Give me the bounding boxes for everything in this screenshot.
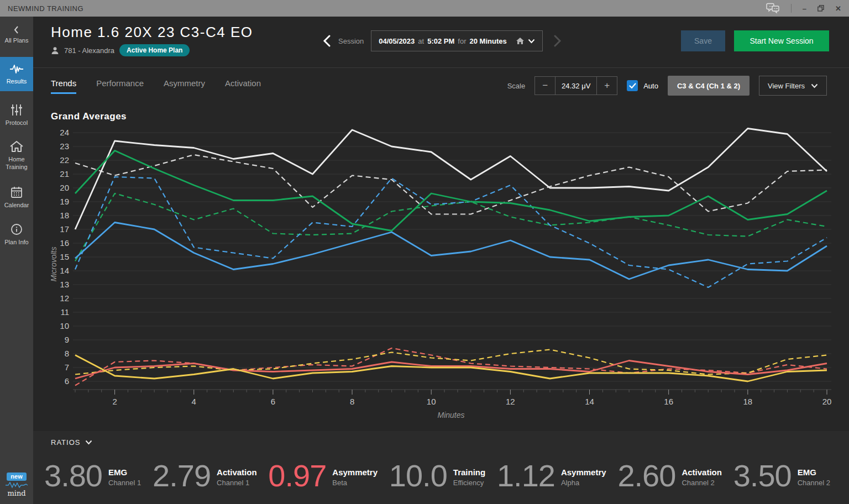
sidebar-item-all-plans[interactable]: All Plans xyxy=(0,25,33,45)
titlebar-separator xyxy=(791,4,792,13)
plan-subheader: 781 - Alexandra Active Home Plan xyxy=(51,44,190,56)
feedback-chat-icon[interactable] xyxy=(766,3,780,14)
sidebar-item-label: Home Training xyxy=(0,156,33,171)
ratio-sublabel: Efficiency xyxy=(453,479,485,487)
tab-asymmetry[interactable]: Asymmetry xyxy=(164,78,205,94)
previous-session-button[interactable] xyxy=(323,35,331,47)
tab-performance[interactable]: Performance xyxy=(96,78,144,94)
restore-button[interactable] xyxy=(817,5,824,12)
ratio-value: 3.50 xyxy=(733,460,792,491)
view-filters-button[interactable]: View Filters xyxy=(759,76,827,96)
ratio-value: 10.0 xyxy=(389,460,447,491)
sidebar-item-home-training[interactable]: Home Training xyxy=(0,140,33,171)
sidebar-item-results[interactable]: Results xyxy=(0,57,33,91)
sidebar-item-calendar[interactable]: Calendar xyxy=(0,186,33,209)
x-axis-tick-label: 14 xyxy=(585,397,594,406)
tab-activation[interactable]: Activation xyxy=(225,78,261,94)
ratio-sublabel: Channel 1 xyxy=(217,479,257,487)
app-title: NEWMIND TRAINING xyxy=(8,4,83,13)
scale-decrease-button[interactable]: − xyxy=(535,77,555,95)
sidebar-item-label: Protocol xyxy=(4,119,29,127)
x-axis-tick-label: 4 xyxy=(192,397,196,406)
ratios-header[interactable]: RATIOS xyxy=(51,438,92,447)
auto-label: Auto xyxy=(643,82,658,90)
client-name: 781 - Alexandra xyxy=(64,46,114,55)
session-duration: 20 Minutes xyxy=(469,37,506,45)
x-axis-tick-label: 6 xyxy=(271,397,275,406)
minimize-button[interactable]: – xyxy=(803,5,806,12)
session-label: Session xyxy=(338,37,364,45)
ratio-value: 2.60 xyxy=(617,460,675,491)
series-white-solid xyxy=(75,129,827,230)
scale-value: 24.32 μV xyxy=(555,77,597,95)
save-button[interactable]: Save xyxy=(681,30,725,51)
session-time: 5:02 PM xyxy=(427,37,454,45)
start-new-session-button[interactable]: Start New Session xyxy=(734,30,829,51)
ratio-label: Training xyxy=(453,468,485,477)
y-axis-tick-label: 7 xyxy=(65,363,69,372)
scale-stepper: − 24.32 μV + xyxy=(534,76,617,95)
y-axis-tick-label: 8 xyxy=(65,349,69,358)
ratio-sublabel: Alpha xyxy=(561,479,606,487)
x-axis-tick-label: 20 xyxy=(822,397,832,406)
ratio-metric-training-efficiency: 10.0TrainingEfficiency xyxy=(389,460,485,491)
sidebar: All Plans Results Protocol Home xyxy=(0,17,33,504)
scale-increase-button[interactable]: + xyxy=(597,77,617,95)
sidebar-item-label: Results xyxy=(6,78,28,86)
series-green-solid xyxy=(75,151,827,231)
scale-label: Scale xyxy=(507,82,526,90)
y-axis-tick-label: 24 xyxy=(60,128,69,137)
chevron-down-icon xyxy=(85,440,92,445)
ratio-sublabel: Beta xyxy=(332,479,378,487)
session-date: 04/05/2023 xyxy=(379,37,415,45)
session-navigator: Session 04/05/2023 at 5:02 PM for 20 Min… xyxy=(323,30,562,51)
results-tabs: Trends Performance Asymmetry Activation xyxy=(51,78,261,94)
y-axis-tick-label: 18 xyxy=(60,211,69,220)
auto-checkbox[interactable] xyxy=(627,80,638,91)
ratio-sublabel: Channel 2 xyxy=(798,479,830,487)
active-plan-badge: Active Home Plan xyxy=(119,44,190,56)
tab-trends[interactable]: Trends xyxy=(51,78,76,94)
x-axis-tick-label: 8 xyxy=(350,397,354,406)
x-axis-tick-label: 16 xyxy=(664,397,673,406)
ratio-label: EMG xyxy=(798,468,830,477)
ratio-label: EMG xyxy=(108,468,141,477)
logo-mind-text: mind xyxy=(7,489,25,497)
y-axis-tick-label: 21 xyxy=(60,169,69,179)
sidebar-item-label: All Plans xyxy=(4,37,30,45)
ratio-value: 2.79 xyxy=(153,460,211,491)
sliders-icon xyxy=(10,103,23,117)
session-selector[interactable]: 04/05/2023 at 5:02 PM for 20 Minutes xyxy=(371,30,542,51)
y-axis-tick-label: 22 xyxy=(60,155,69,165)
x-axis-tick-label: 10 xyxy=(427,397,436,406)
y-axis-tick-label: 23 xyxy=(60,141,69,151)
chevron-left-icon xyxy=(12,25,21,34)
ratio-label: Asymmetry xyxy=(561,468,606,477)
logo-new-text: new xyxy=(7,473,26,481)
y-axis-tick-label: 13 xyxy=(60,280,69,289)
sidebar-item-plan-info[interactable]: Plan Info xyxy=(0,223,33,246)
auto-scale-control: Auto xyxy=(627,80,658,91)
y-axis-tick-label: 16 xyxy=(60,238,69,248)
ratios-title: RATIOS xyxy=(51,438,80,447)
sidebar-item-label: Plan Info xyxy=(3,239,29,246)
ratio-value: 3.80 xyxy=(44,460,102,491)
session-for: for xyxy=(458,37,466,45)
sidebar-item-protocol[interactable]: Protocol xyxy=(0,103,33,127)
ratio-sublabel: Channel 2 xyxy=(682,479,722,487)
next-session-button[interactable] xyxy=(553,35,562,47)
page-header: Home 1.6 20X 23 C3-C4 EO 781 - Alexandra… xyxy=(33,17,849,68)
chevron-down-icon[interactable] xyxy=(528,39,535,44)
trends-chart: 6789101112131415161718192021222324246810… xyxy=(51,126,841,429)
sidebar-item-label: Calendar xyxy=(3,202,30,209)
close-button[interactable]: ✕ xyxy=(835,5,841,12)
ratio-metric-emg-channel-1: 3.80EMGChannel 1 xyxy=(44,460,141,491)
channels-button[interactable]: C3 & C4 (Ch 1 & 2) xyxy=(668,76,750,96)
ratio-label: Asymmetry xyxy=(332,468,378,477)
session-at: at xyxy=(418,37,424,45)
newmind-logo: new mind xyxy=(5,473,28,497)
chart-title: Grand Averages xyxy=(51,111,127,122)
y-axis-tick-label: 19 xyxy=(60,197,69,206)
ratio-value: 1.12 xyxy=(497,460,555,491)
ratio-metric-asymmetry-beta: 0.97AsymmetryBeta xyxy=(268,460,378,491)
